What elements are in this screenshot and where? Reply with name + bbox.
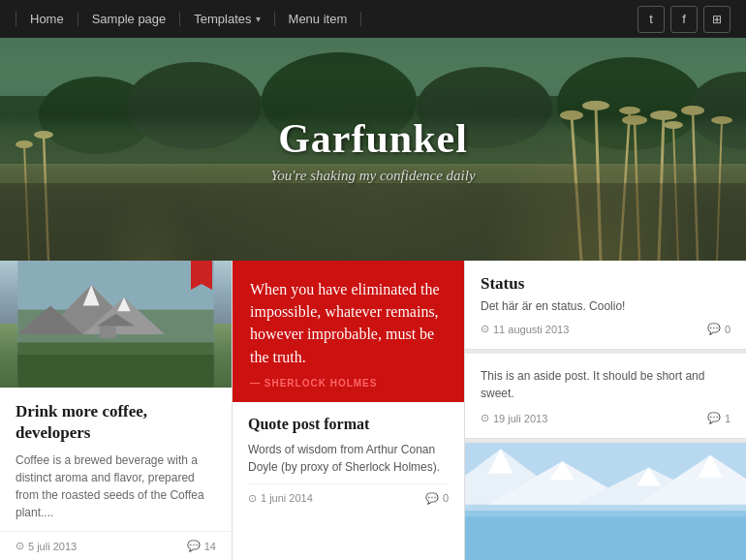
card-red-author: — Sherlock Holmes [250, 378, 447, 389]
card-status-footer: 11 augusti 2013 💬 0 [481, 323, 730, 335]
nav-right: t f ⊞ [637, 6, 730, 33]
svg-point-23 [664, 121, 683, 129]
comment-icon-aside: 💬 [707, 412, 721, 424]
card-coffee-date: 5 juli 2013 [16, 540, 77, 552]
card-red-quote-text: When you have eliminated the impossible,… [250, 278, 447, 368]
card-coffee-body: Drink more coffee, developers Coffee is … [0, 388, 232, 531]
card-quote-footer: 1 juni 2014 💬 0 [248, 483, 449, 505]
nav-sample-page[interactable]: Sample page [78, 12, 181, 26]
clock-icon-aside [481, 412, 489, 424]
nav-sample-page-label: Sample page [92, 12, 167, 26]
svg-point-21 [622, 115, 647, 125]
card-right-column: Status Det här är en status. Coolio! 11 … [465, 261, 746, 560]
svg-rect-39 [17, 355, 214, 388]
navbar: Home Sample page Templates ▾ Menu item t… [0, 0, 746, 38]
svg-point-18 [560, 110, 583, 120]
hero-subtitle: You're shaking my confidence daily [270, 168, 475, 184]
instagram-button[interactable]: ⊞ [703, 6, 730, 33]
card-coffee-text: Coffee is a brewed beverage with a disti… [16, 451, 216, 521]
nav-menu-item[interactable]: Menu item [275, 12, 362, 26]
hero-content: Garfunkel You're shaking my confidence d… [270, 115, 475, 184]
comment-icon: 💬 [187, 540, 201, 552]
clock-icon [16, 540, 24, 552]
card-middle-column: When you have eliminated the impossible,… [233, 261, 465, 560]
nav-left: Home Sample page Templates ▾ Menu item [16, 12, 361, 26]
nav-templates-label: Templates [194, 12, 251, 26]
card-aside-date: 19 juli 2013 [481, 412, 547, 424]
svg-point-24 [681, 106, 704, 115]
clock-icon-status [481, 323, 489, 335]
nav-templates[interactable]: Templates ▾ [180, 12, 274, 26]
svg-point-7 [557, 57, 702, 150]
card-coffee-image [0, 261, 232, 388]
twitter-icon: t [649, 12, 653, 26]
card-quote-date-text: 1 juni 2014 [261, 492, 313, 504]
card-status-comments: 💬 0 [707, 323, 730, 335]
svg-point-20 [619, 107, 640, 114]
card-coffee-date-text: 5 juli 2013 [28, 541, 77, 552]
card-status-comments-count: 0 [725, 324, 730, 335]
svg-rect-40 [100, 327, 116, 339]
card-coffee-comments: 💬 14 [187, 540, 216, 552]
card-status: Status Det här är en status. Coolio! 11 … [465, 261, 746, 350]
card-quote-text: Words of wisdom from Arthur Conan Doyle … [248, 441, 449, 476]
card-status-title[interactable]: Status [481, 274, 730, 294]
hero-title: Garfunkel [270, 115, 475, 162]
svg-rect-52 [465, 516, 746, 560]
card-quote-comments-count: 0 [443, 492, 449, 504]
svg-rect-30 [0, 183, 746, 261]
card-coffee-comments-count: 14 [204, 541, 216, 552]
comment-icon-status: 💬 [707, 323, 721, 335]
card-aside-footer: 19 juli 2013 💬 1 [481, 412, 730, 424]
facebook-button[interactable]: f [670, 6, 698, 33]
svg-point-28 [34, 131, 53, 139]
comment-icon-quote: 💬 [425, 492, 439, 505]
card-red-quote: When you have eliminated the impossible,… [233, 261, 464, 402]
card-quote-title[interactable]: Quote post format [248, 416, 449, 433]
card-quote-format: Quote post format Words of wisdom from A… [233, 402, 464, 560]
card-status-date: 11 augusti 2013 [481, 323, 569, 335]
twitter-button[interactable]: t [637, 6, 665, 33]
card-quote-date: 1 juni 2014 [248, 492, 313, 505]
nav-home[interactable]: Home [16, 12, 78, 26]
card-aside-comments-count: 1 [725, 413, 730, 424]
card-coffee-title[interactable]: Drink more coffee, developers [16, 401, 216, 444]
cards-section: Drink more coffee, developers Coffee is … [0, 261, 746, 560]
card-status-text: Det här är en status. Coolio! [481, 299, 730, 313]
nav-menu-item-label: Menu item [289, 12, 348, 26]
facebook-icon: f [682, 12, 686, 26]
svg-point-19 [582, 101, 609, 110]
instagram-icon: ⊞ [712, 13, 722, 26]
card-mountain-image [465, 443, 746, 560]
card-coffee-footer: 5 juli 2013 💬 14 [0, 531, 232, 560]
nav-home-label: Home [30, 12, 64, 26]
card-aside-comments: 💬 1 [707, 412, 730, 424]
card-aside-date-text: 19 juli 2013 [493, 413, 547, 424]
svg-point-4 [126, 62, 262, 149]
card-coffee: Drink more coffee, developers Coffee is … [0, 261, 233, 560]
card-aside-text: This is an aside post. It should be shor… [481, 367, 730, 402]
svg-point-22 [650, 110, 677, 120]
card-aside: This is an aside post. It should be shor… [465, 354, 746, 439]
card-status-date-text: 11 augusti 2013 [493, 324, 569, 335]
mountain-image-illustration [465, 443, 746, 560]
svg-point-25 [711, 116, 732, 124]
clock-icon-quote [248, 492, 257, 505]
nav-templates-arrow: ▾ [256, 14, 261, 24]
svg-point-29 [16, 140, 33, 148]
card-quote-comments: 💬 0 [425, 492, 449, 505]
hero-section: Garfunkel You're shaking my confidence d… [0, 38, 746, 261]
